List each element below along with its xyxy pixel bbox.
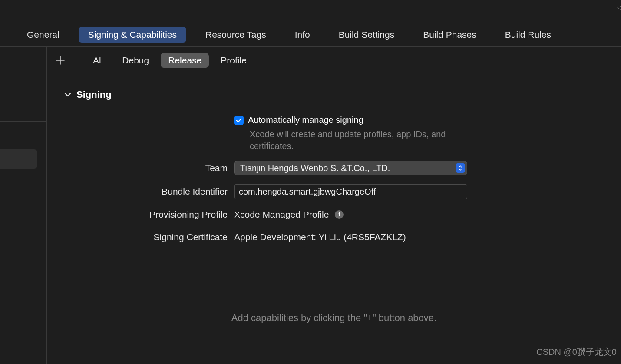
tab-info[interactable]: Info xyxy=(285,27,320,43)
collapse-icon: ◁ xyxy=(617,4,621,10)
team-select[interactable]: Tianjin Hengda Wenbo S. &T.Co., LTD. xyxy=(234,161,467,175)
sidebar-project-section xyxy=(0,47,46,122)
content-area: All Debug Release Profile Signing xyxy=(47,47,621,364)
auto-manage-label: Automatically manage signing xyxy=(248,115,363,125)
signing-section: Signing Automatically manage signing Xco… xyxy=(47,74,621,244)
top-spacer: ◁ xyxy=(0,0,621,23)
filter-debug[interactable]: Debug xyxy=(115,53,156,68)
tab-signing-capabilities[interactable]: Signing & Capabilities xyxy=(79,27,186,43)
tab-build-phases[interactable]: Build Phases xyxy=(413,27,486,43)
config-filter-row: All Debug Release Profile xyxy=(47,47,621,74)
updown-arrows-icon xyxy=(456,163,465,173)
chevron-down-icon xyxy=(64,92,71,97)
provisioning-profile-value: Xcode Managed Profile xyxy=(234,209,329,220)
team-label: Team xyxy=(64,163,234,173)
project-tabs: General Signing & Capabilities Resource … xyxy=(0,23,621,47)
filter-release[interactable]: Release xyxy=(161,53,209,68)
filter-all[interactable]: All xyxy=(86,53,110,68)
targets-sidebar xyxy=(0,47,47,364)
signing-section-header[interactable]: Signing xyxy=(64,89,604,100)
watermark: CSDN @0骥子龙文0 xyxy=(536,346,617,358)
auto-manage-checkbox[interactable] xyxy=(234,116,244,125)
bundle-id-input[interactable] xyxy=(234,184,467,199)
tab-build-rules[interactable]: Build Rules xyxy=(495,27,561,43)
add-capability-button[interactable] xyxy=(55,55,66,66)
section-divider xyxy=(64,260,621,260)
auto-manage-help-text: Xcode will create and update profiles, a… xyxy=(250,129,467,152)
provisioning-profile-label: Provisioning Profile xyxy=(64,209,234,220)
divider xyxy=(75,54,75,66)
tab-general[interactable]: General xyxy=(17,27,69,43)
empty-capabilities-message: Add capabilities by clicking the "+" but… xyxy=(47,312,621,324)
sidebar-selected-target[interactable] xyxy=(0,149,37,169)
signing-cert-value: Apple Development: Yi Liu (4RS5FAZKLZ) xyxy=(234,232,406,242)
info-icon[interactable]: i xyxy=(335,210,344,219)
bundle-id-label: Bundle Identifier xyxy=(64,186,234,197)
signing-title: Signing xyxy=(76,89,112,100)
filter-profile[interactable]: Profile xyxy=(213,53,254,68)
tab-build-settings[interactable]: Build Settings xyxy=(329,27,404,43)
tab-resource-tags[interactable]: Resource Tags xyxy=(196,27,276,43)
signing-cert-label: Signing Certificate xyxy=(64,232,234,242)
team-value: Tianjin Hengda Wenbo S. &T.Co., LTD. xyxy=(240,163,390,173)
